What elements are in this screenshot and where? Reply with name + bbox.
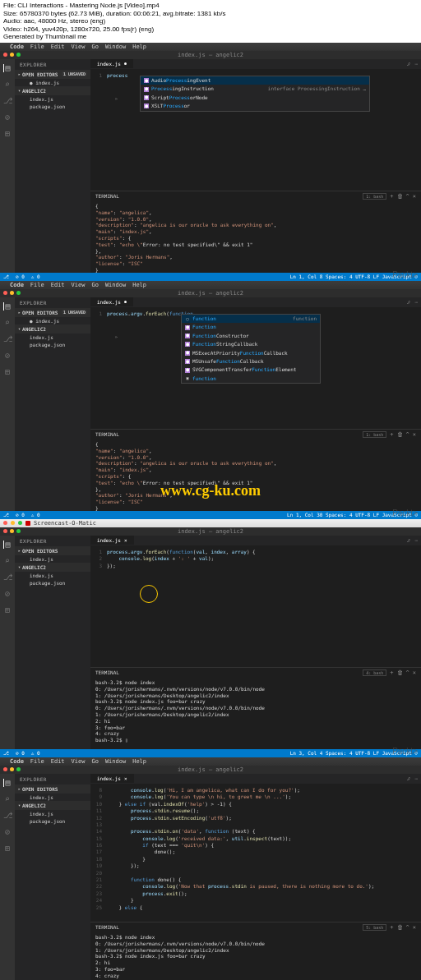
warnings-icon[interactable]: ⚠ 0: [31, 750, 40, 756]
warnings-icon[interactable]: ⚠ 0: [31, 274, 40, 279]
maximize-icon[interactable]: [16, 53, 21, 57]
close-terminal-icon[interactable]: ×: [413, 924, 416, 931]
file-packagejson[interactable]: package.json: [15, 341, 90, 348]
autocomplete-popup[interactable]: ⬢AudioProcessingEvent ⬢ProcessingInstruc…: [140, 76, 370, 112]
menu-file[interactable]: File: [30, 282, 44, 288]
ac-item[interactable]: ⬢SVGComponentTransferFunctionElement: [182, 366, 320, 374]
git-branch-icon[interactable]: ⎇: [3, 274, 9, 279]
debug-icon[interactable]: ⊘: [3, 113, 12, 122]
maximize-icon[interactable]: [16, 767, 21, 771]
shell-dropdown[interactable]: 4: bash: [363, 669, 386, 676]
more-icon[interactable]: ⋯: [414, 61, 418, 67]
close-terminal-icon[interactable]: ×: [413, 669, 416, 676]
menu-code[interactable]: Code: [10, 758, 24, 765]
errors-icon[interactable]: ⊘ 0: [16, 512, 25, 518]
maximize-icon[interactable]: [16, 291, 21, 295]
minimize-icon[interactable]: [10, 529, 14, 533]
git-branch-icon[interactable]: ⎇: [3, 750, 9, 756]
project-section[interactable]: ▾ANGELIC2: [15, 324, 90, 334]
ac-item[interactable]: ⬢FunctionStringCallback: [182, 340, 320, 348]
trash-icon[interactable]: 🗑: [397, 193, 403, 200]
close-icon[interactable]: [3, 53, 7, 57]
extensions-icon[interactable]: ⊞: [3, 844, 12, 853]
file-indexjs[interactable]: index.js: [15, 95, 90, 103]
add-terminal-icon[interactable]: +: [390, 924, 393, 931]
menu-edit[interactable]: Edit: [51, 758, 65, 765]
add-terminal-icon[interactable]: +: [390, 669, 393, 676]
add-terminal-icon[interactable]: +: [390, 431, 393, 438]
git-branch-icon[interactable]: ⎇: [3, 512, 9, 518]
close-terminal-icon[interactable]: ×: [413, 193, 416, 200]
ac-item[interactable]: ⬢ProcessingInstructioninterface Processi…: [141, 85, 369, 93]
tab-indexjs[interactable]: index.js: [90, 297, 133, 306]
file-packagejson[interactable]: package.json: [15, 579, 90, 587]
tab-indexjs[interactable]: index.js×: [90, 774, 134, 783]
debug-icon[interactable]: ⊘: [3, 352, 12, 360]
file-indexjs[interactable]: index.js: [15, 572, 90, 579]
terminal-tab[interactable]: TERMINAL: [95, 669, 119, 675]
code-editor[interactable]: 1process ⬢AudioProcessingEvent ⬢Processi…: [90, 69, 421, 191]
code-editor[interactable]: 8 console.log('Hi, I am angelica, what c…: [90, 784, 421, 922]
open-editor-file[interactable]: ● index.js: [15, 79, 90, 86]
maximize-terminal-icon[interactable]: ^: [406, 431, 409, 438]
files-icon[interactable]: ▤: [3, 64, 12, 72]
minimize-icon[interactable]: [11, 521, 15, 525]
menu-view[interactable]: View: [72, 44, 86, 50]
git-icon[interactable]: ⎇: [3, 97, 12, 105]
git-icon[interactable]: ⎇: [3, 573, 12, 582]
menu-code[interactable]: Code: [10, 44, 24, 50]
menu-edit[interactable]: Edit: [51, 282, 65, 288]
project-section[interactable]: ▾ANGELIC2: [15, 801, 90, 810]
maximize-terminal-icon[interactable]: ^: [406, 924, 409, 931]
menu-go[interactable]: Go: [91, 44, 98, 50]
menu-view[interactable]: View: [72, 282, 86, 288]
ac-item[interactable]: ⬢Function: [182, 323, 320, 331]
open-editors-section[interactable]: ▸OPEN EDITORS: [15, 546, 90, 555]
extensions-icon[interactable]: ⊞: [3, 606, 12, 614]
open-editor-file[interactable]: ● index.js: [15, 317, 90, 324]
maximize-terminal-icon[interactable]: ^: [406, 193, 409, 200]
close-icon[interactable]: [3, 521, 7, 525]
errors-icon[interactable]: ⊘ 0: [16, 750, 25, 756]
terminal-tab[interactable]: TERMINAL: [95, 431, 119, 437]
extensions-icon[interactable]: ⊞: [3, 368, 12, 376]
ac-item[interactable]: ⬢ScriptProcessorNode: [141, 94, 369, 102]
files-icon[interactable]: ▤: [3, 302, 12, 311]
search-icon[interactable]: ⌕: [3, 557, 12, 565]
tab-indexjs[interactable]: index.js×: [90, 536, 134, 545]
ac-item[interactable]: ⬢XSLTProcessor: [141, 102, 369, 110]
file-indexjs[interactable]: index.js: [15, 334, 90, 341]
terminal-output[interactable]: bash-3.2$ node index0: /Users/jorisherma…: [90, 678, 421, 749]
ac-item[interactable]: ⬢AudioProcessingEvent: [141, 76, 369, 85]
close-icon[interactable]: [3, 291, 7, 295]
search-icon[interactable]: ⌕: [3, 319, 12, 327]
shell-dropdown[interactable]: 1: bash: [363, 193, 386, 200]
mac-menubar[interactable]: Code File Edit View Go Window Help: [0, 43, 421, 51]
file-indexjs[interactable]: index.js: [15, 810, 90, 817]
files-icon[interactable]: ▤: [3, 779, 12, 787]
menu-help[interactable]: Help: [132, 44, 146, 50]
trash-icon[interactable]: 🗑: [397, 431, 403, 438]
menu-help[interactable]: Help: [132, 758, 146, 765]
menu-help[interactable]: Help: [132, 282, 146, 288]
extensions-icon[interactable]: ⊞: [3, 130, 12, 138]
terminal-output[interactable]: { "name": "angelica", "version": "1.0.0"…: [90, 201, 421, 273]
open-editor-file[interactable]: index.js: [15, 555, 90, 563]
warnings-icon[interactable]: ⚠ 0: [31, 512, 40, 518]
ac-item[interactable]: ▣function: [182, 375, 320, 383]
terminal-tab[interactable]: TERMINAL: [95, 193, 119, 199]
autocomplete-popup[interactable]: ▢functionfunction ⬢Function ⬢FunctionCon…: [181, 314, 321, 384]
more-icon[interactable]: ⋯: [414, 537, 418, 543]
minimize-icon[interactable]: [10, 53, 14, 57]
maximize-terminal-icon[interactable]: ^: [406, 669, 409, 676]
ac-item[interactable]: ⬢FunctionConstructor: [182, 332, 320, 340]
menu-file[interactable]: File: [30, 44, 44, 50]
errors-icon[interactable]: ⊘ 0: [16, 274, 25, 279]
close-terminal-icon[interactable]: ×: [413, 431, 416, 438]
maximize-icon[interactable]: [16, 529, 21, 533]
debug-icon[interactable]: ⊘: [3, 590, 12, 598]
close-icon[interactable]: [3, 529, 7, 533]
menu-file[interactable]: File: [30, 758, 44, 765]
file-packagejson[interactable]: package.json: [15, 103, 90, 110]
minimize-icon[interactable]: [10, 767, 14, 771]
